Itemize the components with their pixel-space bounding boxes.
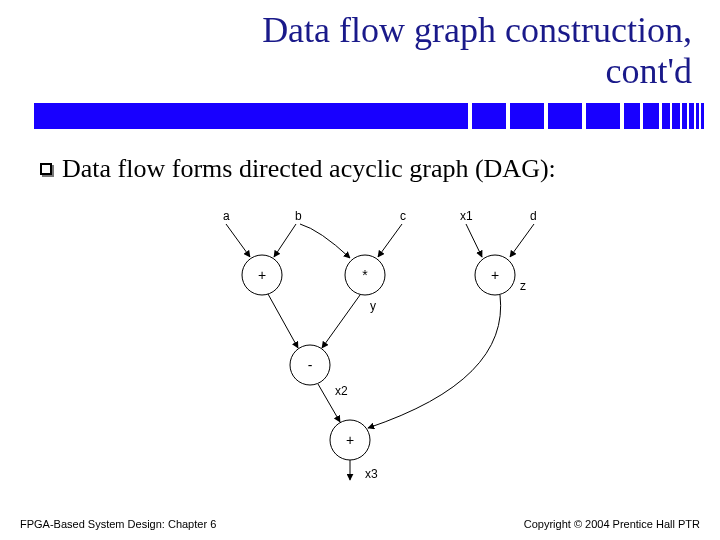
label-y: y [370, 299, 376, 313]
body: Data flow forms directed acyclic graph (… [0, 131, 720, 186]
decorative-bar-ticks [434, 103, 704, 129]
slide-title: Data flow graph construction, cont'd [0, 0, 720, 99]
label-z: z [520, 279, 526, 293]
node-n2-op: * [362, 267, 368, 283]
bullet-icon [40, 163, 52, 175]
decorative-bar [0, 103, 720, 131]
svg-line-4 [510, 224, 534, 257]
label-x3: x3 [365, 467, 378, 481]
svg-line-1 [274, 224, 296, 257]
label-x2: x2 [335, 384, 348, 398]
node-n5-op: + [346, 432, 354, 448]
node-n4-op: - [308, 357, 313, 373]
input-d: d [530, 210, 537, 223]
footer-right: Copyright © 2004 Prentice Hall PTR [524, 518, 700, 530]
input-b: b [295, 210, 302, 223]
svg-line-0 [226, 224, 250, 257]
svg-line-3 [466, 224, 482, 257]
footer-left: FPGA-Based System Design: Chapter 6 [20, 518, 216, 530]
svg-line-6 [322, 295, 360, 348]
svg-line-5 [268, 294, 298, 348]
node-n3-op: + [491, 267, 499, 283]
bullet-text: Data flow forms directed acyclic graph (… [62, 153, 556, 186]
dag-diagram: a b c x1 d + * + y z - x2 + x3 [200, 210, 600, 490]
footer: FPGA-Based System Design: Chapter 6 Copy… [0, 518, 720, 530]
title-line-2: cont'd [0, 51, 692, 92]
node-n1-op: + [258, 267, 266, 283]
input-c: c [400, 210, 406, 223]
input-x1: x1 [460, 210, 473, 223]
title-line-1: Data flow graph construction, [262, 10, 692, 50]
decorative-bar-solid [34, 103, 434, 129]
input-a: a [223, 210, 230, 223]
svg-line-2 [378, 224, 402, 257]
